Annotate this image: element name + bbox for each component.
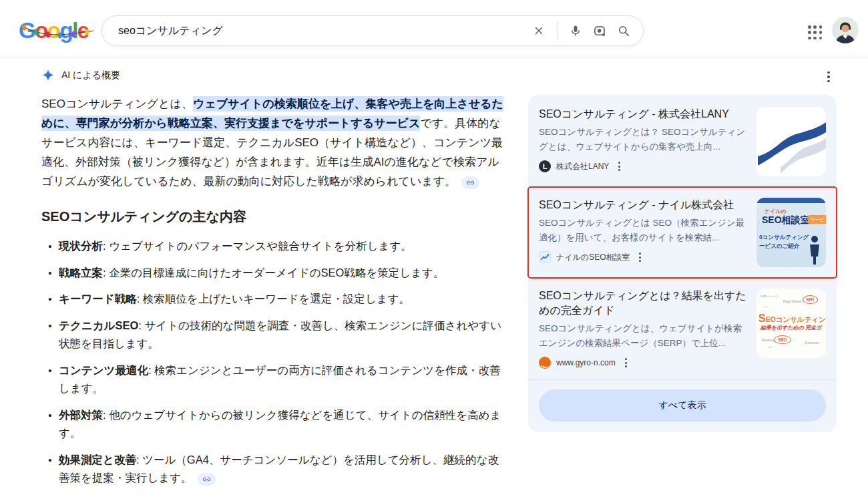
bullet-term: 外部対策 <box>59 409 103 421</box>
bullet-item: キーワード戦略: 検索順位を上げたいキーワードを選定・設定します。 <box>41 290 509 309</box>
thumb-badge: サービ <box>808 215 826 224</box>
bullet-desc: : 他のウェブサイトからの被リンク獲得などを通じて、サイトの信頼性を高めます。 <box>59 409 501 440</box>
gyron-favicon <box>539 357 551 369</box>
bullet-dot <box>41 406 59 443</box>
person-figure <box>806 235 823 266</box>
bullet-term: テクニカルSEO <box>59 319 138 331</box>
panel-divider <box>528 379 837 380</box>
bullet-desc: : 検索順位を上げたいキーワードを選定・設定します。 <box>137 293 410 305</box>
card-title[interactable]: SEOコンサルティング - ナイル株式会社 <box>539 198 748 212</box>
show-all-button[interactable]: すべて表示 <box>539 389 826 422</box>
card-snippet: SEOコンサルティングとは SEO（検索エンジン最適化）を用いて、お客様のサイト… <box>539 216 748 245</box>
thumb-bubble: SEO <box>774 335 791 344</box>
nile-thumbnail: ナイルの SEO相談室 サービ 0コンサルティング ービスのご紹介 <box>756 198 826 267</box>
thumb-top-bar <box>756 198 826 203</box>
paragraph-pre: SEOコンサルティングとは、 <box>41 98 193 110</box>
card-source-name: 株式会社LANY <box>556 161 609 172</box>
lany-favicon: L <box>539 160 551 172</box>
bullet-list: 現状分析: ウェブサイトのパフォーマンスや競合サイトを分析します。 戦略立案: … <box>41 237 509 488</box>
thumb-text: ービスのご紹介 <box>759 242 799 251</box>
card-snippet: SEOコンサルティングとは、ウェブサイトが検索エンジンの検索結果ページ（SERP… <box>539 321 748 351</box>
bullet-item: テクニカルSEO: サイトの技術的な問題を調査・改善し、検索エンジンに評価されや… <box>41 317 509 353</box>
source-card-lany[interactable]: SEOコンサルティング - 株式会社LANY SEOコンサルティングとは？ SE… <box>528 96 837 187</box>
top-bar: Google <box>0 0 868 57</box>
bullet-item: コンテンツ最適化: 検索エンジンとユーザーの両方に評価されるコンテンツを作成・改… <box>41 361 509 398</box>
bullet-item: 効果測定と改善: ツール（GA4、サーチコンソールなど）を活用して分析し、継続的… <box>41 451 509 488</box>
bullet-term: キーワード戦略 <box>59 293 137 305</box>
card-menu-icon[interactable] <box>621 358 631 367</box>
card-menu-icon[interactable] <box>614 162 624 171</box>
bullet-desc: : ウェブサイトのパフォーマンスや競合サイトを分析します。 <box>103 240 412 252</box>
thumb-text: 0コンサルティング <box>759 234 809 242</box>
bullet-dot <box>41 264 59 283</box>
search-icon[interactable] <box>615 22 632 39</box>
ai-overview-label: AI による概要 <box>61 69 120 81</box>
lens-icon[interactable] <box>591 22 608 39</box>
source-card-nile[interactable]: SEOコンサルティング - ナイル株式会社 SEOコンサルティングとは SEO（… <box>528 187 837 278</box>
lany-thumbnail <box>756 107 826 176</box>
bullet-term: コンテンツ最適化 <box>59 364 148 376</box>
search-box[interactable] <box>101 15 644 46</box>
bullet-dot <box>41 290 59 309</box>
gyron-thumbnail: Link —— ▢ Page Speed ○ ◦—◦ MFI SEOコンサルティ… <box>756 289 826 358</box>
google-logo-letters: Google <box>19 18 89 43</box>
section-heading: SEOコンサルティングの主な内容 <box>41 208 509 226</box>
search-divider <box>557 22 558 39</box>
card-title[interactable]: SEOコンサルティングとは？結果を出すための完全ガイド <box>539 289 748 318</box>
bullet-item: 現状分析: ウェブサイトのパフォーマンスや競合サイトを分析します。 <box>41 237 509 256</box>
bullet-item: 外部対策: 他のウェブサイトからの被リンク獲得などを通じて、サイトの信頼性を高め… <box>41 406 509 443</box>
bullet-item: 戦略立案: 企業の目標達成に向けたオーダーメイドのSEO戦略を策定します。 <box>41 264 509 283</box>
apps-grid-icon[interactable] <box>807 24 824 41</box>
bullet-desc: : 企業の目標達成に向けたオーダーメイドのSEO戦略を策定します。 <box>103 267 444 279</box>
bullet-dot <box>41 237 59 256</box>
thumb-text: 結果を出すための 完全ガ <box>761 324 821 331</box>
ai-sparkle-icon <box>41 69 55 82</box>
nile-favicon <box>539 251 551 263</box>
sources-panel: SEOコンサルティング - 株式会社LANY SEOコンサルティングとは？ SE… <box>528 95 837 432</box>
citation-link-icon[interactable] <box>461 176 479 189</box>
thumb-text: SEO相談室 <box>762 214 810 226</box>
clear-icon[interactable] <box>530 22 548 39</box>
bullet-term: 現状分析 <box>59 240 103 252</box>
microphone-icon[interactable] <box>567 22 584 39</box>
card-menu-icon[interactable] <box>635 253 645 262</box>
card-snippet: SEOコンサルティングとは？ SEOコンサルティングとは、ウェブサイトからの集客… <box>539 125 748 154</box>
ai-overview-header: AI による概要 <box>41 68 509 83</box>
google-logo[interactable]: Google <box>19 16 99 45</box>
ai-overview: AI による概要 SEOコンサルティングとは、ウェブサイトの検索順位を上げ、集客… <box>41 68 509 496</box>
bullet-term: 戦略立案 <box>59 267 103 279</box>
card-source-name: ナイルのSEO相談室 <box>556 252 630 263</box>
card-title[interactable]: SEOコンサルティング - 株式会社LANY <box>539 107 748 122</box>
bullet-term: 効果測定と改善 <box>59 454 136 466</box>
bullet-dot <box>41 317 59 353</box>
thumb-text: SEOコンサルティン <box>758 313 826 325</box>
profile-avatar[interactable] <box>832 17 859 43</box>
card-source-name: www.gyro-n.com <box>556 358 616 367</box>
bullet-dot <box>41 361 59 398</box>
ai-overview-paragraph: SEOコンサルティングとは、ウェブサイトの検索順位を上げ、集客や売上を向上させる… <box>41 94 509 191</box>
citation-link-icon[interactable] <box>198 473 216 486</box>
ai-overview-menu-icon[interactable] <box>823 69 835 84</box>
search-input[interactable] <box>118 25 530 37</box>
source-card-gyron[interactable]: SEOコンサルティングとは？結果を出すための完全ガイド SEOコンサルティングと… <box>528 278 837 379</box>
thumb-bubble: MFI <box>803 295 818 304</box>
bullet-dot <box>41 451 59 488</box>
